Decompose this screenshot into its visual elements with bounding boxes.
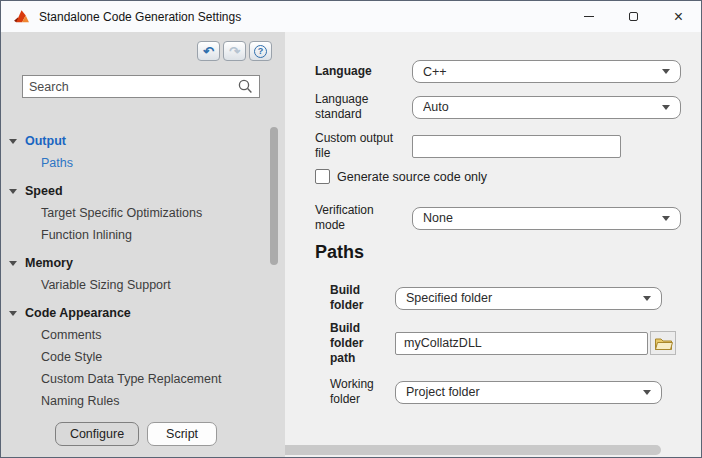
settings-tree: Output Paths Speed Target Specific Optim… bbox=[1, 130, 271, 418]
tree-item-code-style[interactable]: Code Style bbox=[1, 346, 271, 368]
chevron-down-icon bbox=[662, 105, 670, 110]
settings-panel: Language C++ Language standard Auto Cust… bbox=[285, 32, 701, 457]
browse-folder-button[interactable] bbox=[650, 331, 676, 355]
paths-heading: Paths bbox=[315, 242, 364, 263]
redo-button[interactable]: ↷ bbox=[223, 41, 246, 61]
tree-item-naming-rules[interactable]: Naming Rules bbox=[1, 390, 271, 412]
build-folder-row: Build folder Specified folder bbox=[285, 283, 701, 313]
language-standard-row: Language standard Auto bbox=[285, 92, 701, 122]
tree-item-label: Paths bbox=[41, 156, 73, 170]
tree-category-speed[interactable]: Speed bbox=[1, 180, 271, 202]
tree-item-variable-sizing-support[interactable]: Variable Sizing Support bbox=[1, 274, 271, 296]
tree-category-label: Code Appearance bbox=[25, 306, 131, 320]
language-standard-label: Language standard bbox=[315, 92, 412, 122]
search-icon bbox=[238, 79, 253, 94]
language-standard-dropdown[interactable]: Auto bbox=[412, 96, 681, 119]
tree-section-code-appearance: Code Appearance Comments Code Style Cust… bbox=[1, 302, 271, 412]
window-title: Standalone Code Generation Settings bbox=[39, 10, 566, 24]
panel-horizontal-scrollbar[interactable] bbox=[285, 445, 661, 455]
settings-sidebar: ↶ ↷ ? Outp bbox=[1, 32, 285, 457]
tree-category-memory[interactable]: Memory bbox=[1, 252, 271, 274]
tree-category-output[interactable]: Output bbox=[1, 130, 271, 152]
tree-category-label: Speed bbox=[25, 184, 63, 198]
custom-output-file-row: Custom output file bbox=[285, 131, 701, 161]
tree-section-output: Output Paths bbox=[1, 130, 271, 174]
maximize-button[interactable] bbox=[611, 1, 656, 32]
language-standard-value: Auto bbox=[423, 100, 662, 114]
sidebar-vertical-scrollbar[interactable] bbox=[270, 127, 278, 265]
tree-category-code-appearance[interactable]: Code Appearance bbox=[1, 302, 271, 324]
verification-mode-value: None bbox=[423, 211, 662, 225]
matlab-logo-icon bbox=[13, 8, 30, 25]
custom-output-file-label: Custom output file bbox=[315, 131, 412, 161]
chevron-down-icon bbox=[9, 189, 17, 194]
tree-item-label: Function Inlining bbox=[41, 228, 132, 242]
working-folder-value: Project folder bbox=[406, 385, 643, 399]
chevron-down-icon bbox=[643, 390, 651, 395]
tree-item-label: Code Style bbox=[41, 350, 102, 364]
chevron-down-icon bbox=[9, 261, 17, 266]
tree-item-label: Variable Sizing Support bbox=[41, 278, 171, 292]
settings-window: Standalone Code Generation Settings × ↶ … bbox=[0, 0, 702, 458]
build-folder-label: Build folder bbox=[330, 283, 395, 313]
redo-icon: ↷ bbox=[229, 45, 240, 58]
sidebar-footer: Configure Script bbox=[1, 422, 271, 446]
language-row: Language C++ bbox=[285, 60, 701, 83]
generate-source-checkbox[interactable] bbox=[315, 169, 330, 184]
tree-item-custom-data-type-replacement[interactable]: Custom Data Type Replacement bbox=[1, 368, 271, 390]
build-folder-path-label: Build folder path bbox=[330, 321, 395, 366]
build-folder-dropdown[interactable]: Specified folder bbox=[395, 287, 662, 310]
chevron-down-icon bbox=[662, 69, 670, 74]
tree-section-speed: Speed Target Specific Optimizations Func… bbox=[1, 180, 271, 246]
verification-mode-dropdown[interactable]: None bbox=[412, 207, 681, 230]
tree-item-label: Custom Data Type Replacement bbox=[41, 372, 221, 386]
undo-button[interactable]: ↶ bbox=[197, 41, 220, 61]
tree-item-function-inlining[interactable]: Function Inlining bbox=[1, 224, 271, 246]
generate-source-label: Generate source code only bbox=[337, 170, 487, 184]
tree-item-label: Naming Rules bbox=[41, 394, 120, 408]
folder-icon bbox=[654, 336, 673, 351]
close-icon: × bbox=[674, 9, 683, 25]
working-folder-dropdown[interactable]: Project folder bbox=[395, 381, 662, 404]
chevron-down-icon bbox=[662, 216, 670, 221]
script-button[interactable]: Script bbox=[147, 422, 217, 446]
verification-mode-row: Verification mode None bbox=[285, 203, 701, 233]
help-button[interactable]: ? bbox=[249, 41, 272, 61]
chevron-down-icon bbox=[643, 296, 651, 301]
tree-item-paths[interactable]: Paths bbox=[1, 152, 271, 174]
language-label: Language bbox=[315, 64, 412, 79]
build-folder-value: Specified folder bbox=[406, 291, 643, 305]
language-value: C++ bbox=[423, 65, 662, 79]
tree-item-label: Target Specific Optimizations bbox=[41, 206, 202, 220]
configure-button[interactable]: Configure bbox=[55, 422, 139, 446]
tree-item-target-specific-optimizations[interactable]: Target Specific Optimizations bbox=[1, 202, 271, 224]
tree-item-label: Comments bbox=[41, 328, 101, 342]
minimize-button[interactable] bbox=[566, 1, 611, 32]
build-folder-path-input[interactable] bbox=[395, 332, 648, 355]
titlebar: Standalone Code Generation Settings × bbox=[1, 1, 701, 32]
chevron-down-icon bbox=[9, 311, 17, 316]
window-controls: × bbox=[566, 1, 701, 32]
language-dropdown[interactable]: C++ bbox=[412, 60, 681, 83]
tree-category-label: Memory bbox=[25, 256, 73, 270]
search-input[interactable] bbox=[29, 80, 238, 94]
tree-section-memory: Memory Variable Sizing Support bbox=[1, 252, 271, 296]
verification-mode-label: Verification mode bbox=[315, 203, 412, 233]
working-folder-label: Working folder bbox=[330, 377, 395, 407]
chevron-down-icon bbox=[9, 139, 17, 144]
help-icon: ? bbox=[254, 45, 267, 58]
build-folder-path-row: Build folder path bbox=[285, 317, 701, 369]
undo-icon: ↶ bbox=[203, 45, 214, 58]
generate-source-row: Generate source code only bbox=[285, 169, 701, 184]
minimize-icon bbox=[584, 16, 594, 17]
tree-item-comments[interactable]: Comments bbox=[1, 324, 271, 346]
sidebar-toolbar: ↶ ↷ ? bbox=[197, 41, 272, 61]
tree-category-label: Output bbox=[25, 134, 66, 148]
close-button[interactable]: × bbox=[656, 1, 701, 32]
maximize-icon bbox=[629, 12, 638, 21]
working-folder-row: Working folder Project folder bbox=[285, 377, 701, 407]
custom-output-file-input[interactable] bbox=[412, 135, 621, 158]
search-box bbox=[22, 75, 260, 98]
